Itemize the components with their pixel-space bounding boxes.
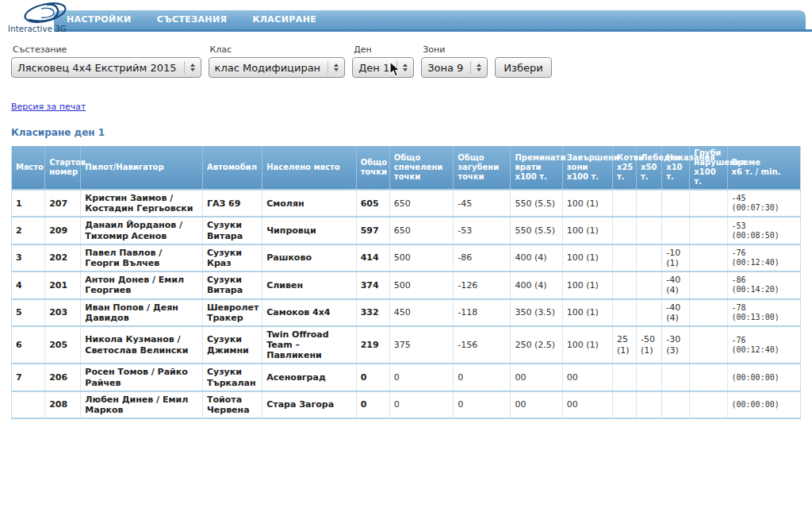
table-cell: -30 (3): [662, 326, 690, 364]
table-cell: 0: [389, 391, 453, 418]
table-cell: [612, 244, 636, 271]
nav-item-competitions[interactable]: СЪСТЕЗАНИЯ: [144, 10, 240, 29]
filter-bar: Състезание Лясковец 4x4 Екстрийм 2015 Кл…: [11, 44, 812, 78]
table-cell: 375: [389, 326, 453, 364]
table-cell: Рашково: [262, 244, 356, 271]
table-cell: [690, 391, 727, 418]
table-cell: 203: [45, 299, 81, 326]
table-cell: [612, 364, 636, 391]
table-cell: 208: [45, 391, 81, 418]
class-select[interactable]: клас Модифициран: [209, 57, 346, 78]
table-cell: [637, 271, 662, 298]
table-cell: 4: [12, 271, 45, 298]
table-cell: 207: [45, 190, 81, 217]
select-button[interactable]: Избери: [495, 57, 551, 78]
table-cell: Сузуки Витара: [202, 217, 262, 244]
table-cell: 550 (5.5): [511, 217, 562, 244]
table-cell: 0: [389, 364, 453, 391]
table-cell: [690, 271, 727, 298]
class-label: Клас: [210, 44, 346, 55]
table-cell: -118: [454, 299, 511, 326]
select-stepper-icon: [327, 61, 339, 74]
table-cell: 0: [454, 391, 511, 418]
table-cell: [612, 190, 636, 217]
table-cell: Стара Загора: [262, 391, 356, 418]
table-cell: 0: [356, 391, 389, 418]
table-cell: -126: [454, 271, 511, 298]
day-select[interactable]: Ден 1: [352, 57, 414, 78]
table-cell: Сливен: [262, 271, 356, 298]
print-version-link[interactable]: Версия за печат: [11, 102, 86, 112]
column-header: Преминати врати x100 т.: [511, 146, 562, 190]
table-cell: 1: [12, 190, 45, 217]
table-cell: 25 (1): [612, 326, 636, 364]
nav-item-ranking[interactable]: КЛАСИРАНЕ: [239, 10, 329, 29]
table-cell: -86 (00:14:20): [727, 271, 800, 298]
table-cell: -45 (00:07:30): [727, 190, 800, 217]
table-cell: 550 (5.5): [511, 190, 562, 217]
competition-select-value: Лясковец 4x4 Екстрийм 2015: [17, 62, 177, 74]
header-row: МястоСтартов номерПилот/НавигаторАвтомоб…: [12, 146, 801, 190]
table-cell: (00:00:00): [727, 391, 800, 418]
table-cell: -40 (4): [662, 299, 690, 326]
table-cell: 650: [389, 217, 453, 244]
table-cell: -86: [454, 244, 511, 271]
zones-label: Зони: [423, 44, 488, 55]
table-cell: -50 (1): [637, 326, 662, 364]
column-header: Наказания x10 т.: [662, 146, 690, 190]
table-cell: Антон Донев / Емил Георгиев: [81, 271, 203, 298]
interactive-3g-logo: Interactive 3G: [8, 2, 95, 33]
table-cell: -40 (4): [662, 271, 690, 298]
table-cell: 0: [454, 364, 511, 391]
table-cell: 00: [511, 391, 562, 418]
table-cell: [612, 391, 636, 418]
table-cell: Росен Томов / Райко Райчев: [81, 364, 203, 391]
column-header: Стартов номер: [45, 146, 81, 190]
table-cell: 400 (4): [511, 244, 562, 271]
table-cell: 205: [45, 326, 81, 364]
table-cell: Павел Павлов / Георги Вълчев: [81, 244, 203, 271]
column-header: Общо точки: [356, 146, 389, 190]
class-filter-group: Клас клас Модифициран: [209, 44, 346, 78]
table-cell: 500: [389, 244, 453, 271]
table-cell: Чипровци: [262, 217, 356, 244]
zone-select-value: Зона 9: [427, 62, 463, 74]
table-cell: -45: [454, 190, 511, 217]
column-header: Завършени зони x100 т.: [562, 146, 612, 190]
column-header: Автомобил: [202, 146, 262, 190]
column-header: Място: [12, 146, 45, 190]
table-cell: [612, 217, 636, 244]
table-cell: 350 (3.5): [511, 299, 562, 326]
table-cell: 374: [356, 271, 389, 298]
table-cell: 00: [562, 391, 612, 418]
table-cell: Сузуки Джимни: [202, 326, 262, 364]
competition-select[interactable]: Лясковец 4x4 Екстрийм 2015: [11, 57, 201, 78]
table-cell: -76 (00:12:40): [727, 326, 800, 364]
table-cell: 00: [511, 364, 562, 391]
competition-label: Състезание: [13, 44, 201, 55]
table-cell: 209: [45, 217, 81, 244]
table-cell: [690, 244, 727, 271]
table-cell: 100 (1): [562, 217, 612, 244]
table-cell: -53 (00:08:50): [727, 217, 800, 244]
zone-select[interactable]: Зона 9: [421, 57, 488, 78]
column-header: Пилот/Навигатор: [81, 146, 203, 190]
table-row: 2209Данаил Йорданов / Тихомир АсеновСузу…: [12, 217, 801, 244]
table-cell: 650: [389, 190, 453, 217]
table-cell: 3: [12, 244, 45, 271]
table-cell: 597: [356, 217, 389, 244]
day-filter-group: Ден Ден 1: [352, 44, 414, 78]
table-cell: [662, 391, 690, 418]
table-cell: 250 (2.5): [511, 326, 562, 364]
table-cell: 332: [356, 299, 389, 326]
table-cell: 100 (1): [562, 326, 612, 364]
table-cell: [637, 190, 662, 217]
table-cell: 202: [45, 244, 81, 271]
day-label: Ден: [354, 44, 414, 55]
table-cell: Асеновград: [262, 364, 356, 391]
table-cell: [12, 391, 45, 418]
table-cell: Шевролет Тракер: [202, 299, 262, 326]
column-header: Общо спечелени точки: [389, 146, 453, 190]
table-cell: Twin Offroad Team – Павликени: [262, 326, 356, 364]
table-cell: [690, 326, 727, 364]
